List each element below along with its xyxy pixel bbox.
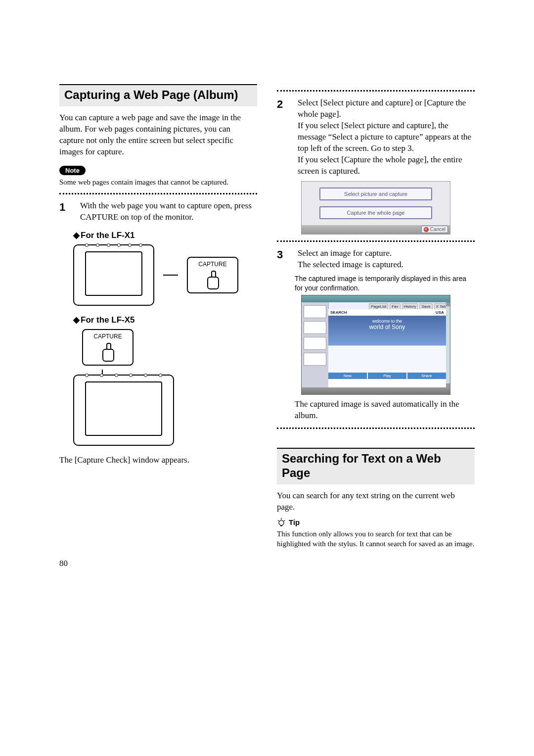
step-3: 3 Select an image for capture. The selec… <box>277 248 475 271</box>
capture-button-lfx5[interactable]: CAPTURE <box>82 329 134 366</box>
cancel-button[interactable]: ✕ Cancel <box>421 226 448 233</box>
divider-dots <box>277 90 475 92</box>
device-lfx5 <box>73 375 174 446</box>
step-3-result: The captured image is saved automaticall… <box>295 399 475 422</box>
divider-dots <box>59 193 257 194</box>
diagram-lfx1: CAPTURE <box>73 244 257 306</box>
capture-check-text: The [Capture Check] window appears. <box>59 455 257 466</box>
step-number: 2 <box>277 97 290 177</box>
tip-row: Tip <box>277 518 475 527</box>
diagram-lfx5: CAPTURE <box>73 329 257 446</box>
svg-rect-4 <box>280 525 282 526</box>
hand-icon <box>101 343 114 361</box>
screenshot-caption: The captured image is temporarily displa… <box>295 274 475 293</box>
tip-text: This function only allows you to search … <box>277 529 475 549</box>
capture-button-lfx1[interactable]: CAPTURE <box>187 257 238 293</box>
capture-label: CAPTURE <box>198 261 226 268</box>
divider-dots <box>277 240 475 242</box>
step-number: 3 <box>277 248 290 271</box>
device-lfx1 <box>73 244 154 306</box>
cancel-label: Cancel <box>430 227 445 232</box>
section-header-capture: Capturing a Web Page (Album) <box>59 84 257 106</box>
tip-icon <box>277 518 286 527</box>
page: Capturing a Web Page (Album) You can cap… <box>59 0 475 583</box>
step-1: 1 With the web page you want to capture … <box>59 200 257 223</box>
right-column: 2 Select [Select picture and capture] or… <box>277 84 475 554</box>
step-2-text: Select [Select picture and capture] or [… <box>298 97 475 177</box>
page-number: 80 <box>59 559 68 568</box>
subhead-lfx5: For the LF-X5 <box>73 315 257 325</box>
step-1-text: With the web page you want to capture op… <box>80 200 257 223</box>
svg-line-3 <box>284 520 285 521</box>
section-intro: You can capture a web page and save the … <box>59 112 257 158</box>
hand-icon <box>206 271 219 288</box>
note-text: Some web pages contain images that canno… <box>59 177 257 187</box>
option-capture-page[interactable]: Capture the whole page <box>319 206 432 219</box>
note-badge: Note <box>59 166 86 175</box>
browser-screenshot: PageList Fav History Save X Tab SEARCH U… <box>301 295 450 395</box>
divider-dots <box>277 427 475 429</box>
option-select-picture[interactable]: Select picture and capture <box>319 188 432 200</box>
step-3-text: Select an image for capture. The selecte… <box>298 248 475 271</box>
section2-intro: You can search for any text string on th… <box>277 490 475 513</box>
tip-label: Tip <box>289 518 300 526</box>
step-2: 2 Select [Select picture and capture] or… <box>277 97 475 177</box>
svg-line-2 <box>278 520 279 521</box>
capture-sidebar <box>302 302 329 387</box>
scrollbar[interactable] <box>446 302 450 387</box>
left-column: Capturing a Web Page (Album) You can cap… <box>59 84 257 554</box>
svg-point-0 <box>279 520 284 525</box>
capture-dialog: Select picture and capture Capture the w… <box>301 181 450 235</box>
section-title: Capturing a Web Page (Album) <box>64 88 252 102</box>
step-number: 1 <box>59 200 72 223</box>
section-header-search: Searching for Text on a Web Page <box>277 448 475 484</box>
capture-label: CAPTURE <box>93 333 122 340</box>
subhead-lfx1: For the LF-X1 <box>73 230 257 240</box>
close-icon: ✕ <box>424 227 429 232</box>
leader-line <box>163 275 178 276</box>
section-title: Searching for Text on a Web Page <box>282 452 470 480</box>
